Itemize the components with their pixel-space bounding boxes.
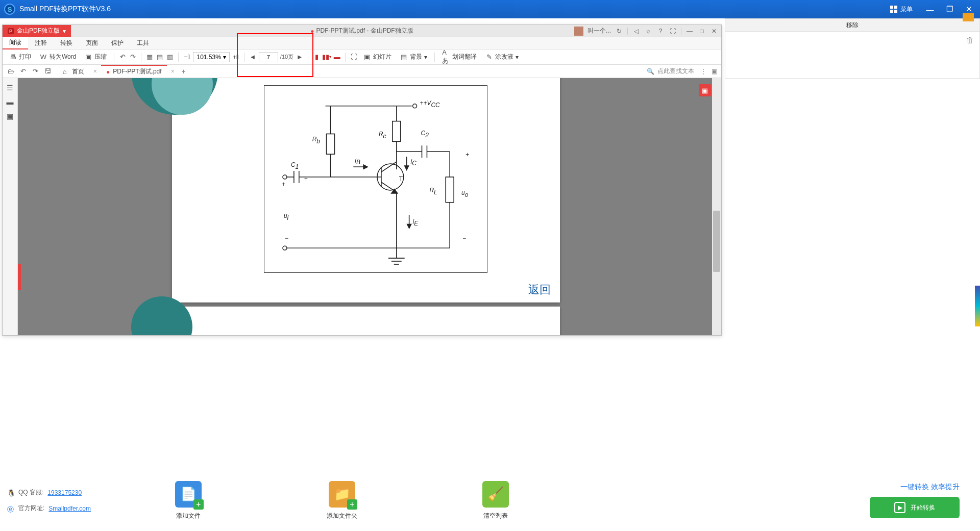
svg-text:−: − (462, 235, 466, 242)
pdf-maximize-button[interactable]: □ (698, 27, 706, 35)
maximize-button[interactable]: ❐ (942, 4, 957, 15)
redact-button[interactable]: ✎涂改液▾ (482, 51, 522, 63)
prev-page-icon[interactable]: ◄ (249, 53, 257, 61)
start-label: 开始转换 (911, 503, 935, 512)
fullscreen-tool-icon[interactable]: ⛶ (350, 53, 358, 61)
add-folder-action[interactable]: 📁+ 添加文件夹 (327, 481, 357, 520)
menu-tools[interactable]: 工具 (130, 37, 156, 49)
add-folder-label: 添加文件夹 (327, 512, 357, 520)
compress-button[interactable]: ▣压缩 (81, 51, 110, 63)
qq-link[interactable]: 1933175230 (47, 489, 82, 496)
svg-text:uo: uo (461, 189, 469, 198)
remove-column-header: 移除 (725, 18, 980, 32)
save-icon[interactable]: 🖫 (43, 67, 52, 75)
columns-icon[interactable]: ▮▮▾ (323, 53, 331, 61)
minimize-button[interactable]: — (923, 4, 937, 15)
pdf-app-icon: P (8, 28, 14, 34)
pdf-float-button[interactable]: ▣ (699, 84, 711, 96)
search-placeholder[interactable]: 点此查找文本 (657, 67, 694, 75)
pdf-minimize-button[interactable]: — (685, 27, 694, 35)
pdf-viewer-window: P 金山PDF独立版 ▾ ● PDF-PPT测试.pdf - 金山PDF独立版 … (2, 24, 722, 336)
zoom-display[interactable]: 101.53% ▾ (193, 52, 229, 62)
site-link[interactable]: Smallpdfer.com (48, 505, 91, 512)
fullscreen-icon[interactable]: ⛶ (669, 27, 677, 35)
sync-icon[interactable]: ↻ (615, 27, 623, 35)
thumbnails-icon[interactable]: ▬ (6, 97, 15, 107)
pdf-close-button[interactable]: ✕ (710, 27, 718, 35)
help-icon[interactable]: ? (656, 27, 665, 35)
home-tab-close-icon[interactable]: × (93, 68, 97, 75)
undo-icon[interactable]: ↶ (19, 67, 27, 75)
pdf-canvas[interactable]: ++VCC Rb Rc C2 C1 + iB iC T RL uo + (18, 78, 721, 335)
zoom-out-icon[interactable]: −⃝ (183, 53, 191, 61)
svg-text:RL: RL (429, 187, 437, 196)
site-row: ⓔ 官方网址: Smallpdfer.com (7, 504, 112, 513)
outline-icon[interactable]: ☰ (6, 83, 15, 92)
new-tab-button[interactable]: + (179, 66, 189, 77)
menu-protect[interactable]: 保护 (105, 37, 130, 49)
menu-read[interactable]: 阅读 (3, 37, 28, 49)
pdf-tabstrip: 🗁 ↶ ↷ 🖫 ⌂首页 × ●PDF-PPT测试.pdf × + 🔍 点此查找文… (3, 65, 721, 78)
scrollbar-thumb[interactable] (713, 211, 720, 272)
menu-convert[interactable]: 转换 (54, 37, 79, 49)
next-page-icon[interactable]: ► (296, 53, 304, 61)
open-folder-icon[interactable]: 🗁 (7, 67, 15, 75)
add-file-action[interactable]: 📄+ 添加文件 (175, 481, 202, 520)
start-convert-button[interactable]: ▶ 开始转换 (870, 497, 960, 518)
search-icon[interactable]: 🔍 (647, 68, 654, 75)
rotate-right-icon[interactable]: ↷ (129, 53, 137, 61)
settings-icon[interactable]: ☼ (644, 27, 652, 35)
svg-line-21 (381, 162, 397, 172)
attachments-icon[interactable]: ▣ (6, 112, 15, 121)
menu-annotate[interactable]: 注释 (28, 37, 54, 49)
svg-marker-37 (407, 224, 411, 229)
username-label[interactable]: 叫一个... (587, 27, 611, 35)
redo-icon[interactable]: ↷ (31, 67, 39, 75)
doc-tab-close-icon[interactable]: × (171, 68, 175, 75)
back-link[interactable]: 返回 (528, 282, 551, 297)
zoom-in-icon[interactable]: +⃝ (232, 53, 240, 61)
bg-icon: ▤ (400, 53, 408, 61)
two-page-icon[interactable]: ▥ (166, 53, 174, 61)
chevron-down-icon: ▾ (424, 54, 427, 61)
avatar-icon[interactable] (574, 27, 583, 36)
back-nav-icon[interactable]: ◁ (632, 27, 640, 35)
home-tab[interactable]: ⌂首页 (56, 65, 89, 78)
fit-page-icon[interactable]: ▦ (145, 53, 154, 61)
bottom-right: 一键转换 效率提升 ▶ 开始转换 (870, 483, 980, 518)
svg-text:Rb: Rb (312, 136, 321, 145)
background-button[interactable]: ▤背景▾ (397, 51, 430, 63)
svg-text:iB: iB (355, 157, 360, 166)
menu-button[interactable]: 菜单 (885, 5, 918, 14)
to-word-button[interactable]: W转为Word (36, 51, 79, 63)
pdf-app-tab[interactable]: P 金山PDF独立版 ▾ (3, 25, 71, 37)
app-logo-icon: S (4, 4, 15, 15)
pdf-scrollbar[interactable] (712, 78, 721, 335)
more-icon[interactable]: ⋮ (700, 68, 706, 75)
collapse-icon[interactable]: ▣ (712, 68, 717, 75)
svg-text:−: − (285, 235, 288, 242)
clear-list-action[interactable]: 🧹 清空列表 (482, 481, 509, 520)
svg-text:iC: iC (411, 158, 417, 167)
highlight-tool-icon[interactable]: ▬ (333, 53, 341, 61)
redact-label: 涂改液 (495, 53, 513, 61)
add-folder-icon: 📁+ (329, 481, 355, 508)
rotate-left-icon[interactable]: ↶ (118, 53, 127, 61)
fit-width-icon[interactable]: ▤ (156, 53, 164, 61)
add-file-label: 添加文件 (176, 512, 201, 520)
bookmark-icon[interactable]: ▮ (312, 53, 321, 61)
slideshow-button[interactable]: ▣幻灯片 (360, 51, 395, 63)
print-button[interactable]: 🖶打印 (6, 51, 34, 63)
qq-icon: 🐧 (7, 489, 14, 496)
svg-point-1 (413, 104, 417, 108)
document-tab[interactable]: ●PDF-PPT测试.pdf (101, 65, 167, 78)
redact-icon: ✎ (485, 53, 493, 61)
translate-button[interactable]: Aあ划词翻译 (439, 51, 480, 63)
menu-label: 菜单 (900, 5, 913, 14)
trash-icon[interactable]: 🗑 (966, 36, 975, 45)
page-number-input[interactable] (259, 52, 278, 62)
menu-page[interactable]: 页面 (79, 37, 105, 49)
side-color-strip (975, 286, 980, 326)
qq-row: 🐧 QQ 客服: 1933175230 (7, 488, 112, 497)
to-word-label: 转为Word (50, 53, 76, 61)
